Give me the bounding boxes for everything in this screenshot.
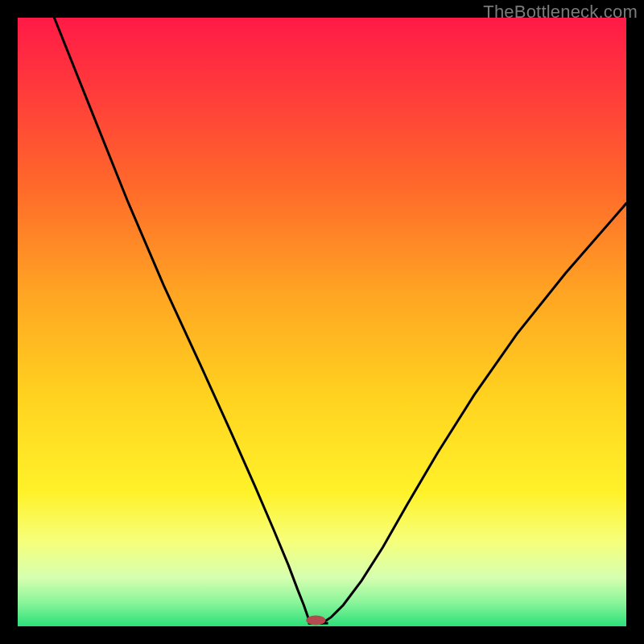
gradient-background: [18, 18, 626, 626]
figure-root: TheBottleneck.com: [0, 0, 644, 644]
valley-marker: [306, 615, 325, 625]
plot-frame: [18, 18, 626, 626]
watermark-text: TheBottleneck.com: [483, 2, 638, 23]
plot-svg: [18, 18, 626, 626]
